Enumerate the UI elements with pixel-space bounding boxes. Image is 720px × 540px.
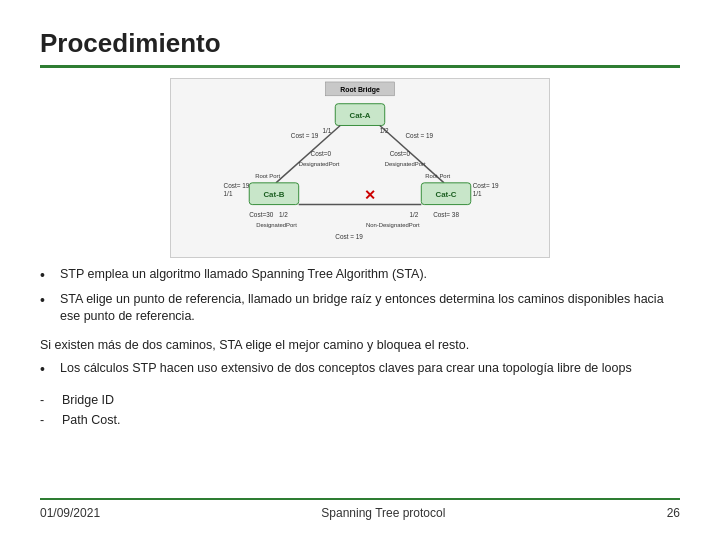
svg-text:Cat-A: Cat-A [349,111,370,120]
svg-text:Cost = 19: Cost = 19 [335,233,363,240]
svg-text:Cat-C: Cat-C [435,190,456,199]
diagram-svg: Root Bridge Cat-A Cost = 19 1/1 1/2 Cost… [171,79,549,257]
title-underline [40,65,680,68]
bullet-list-2: • Los cálculos STP hacen uso extensivo d… [40,360,680,385]
svg-text:DesignatedPort: DesignatedPort [385,161,426,167]
svg-text:Cost=0: Cost=0 [311,150,332,157]
svg-text:Cat-B: Cat-B [263,190,284,199]
bullet-item-3: • Los cálculos STP hacen uso extensivo d… [40,360,680,380]
bullet-item-2: • STA elige un punto de referencia, llam… [40,291,680,326]
svg-text:DesignatedPort: DesignatedPort [256,222,297,228]
svg-text:Root Bridge: Root Bridge [340,86,380,94]
svg-text:Cost = 19: Cost = 19 [405,132,433,139]
svg-text:1/1: 1/1 [224,190,233,197]
svg-text:Cost= 19: Cost= 19 [473,182,499,189]
svg-text:1/2: 1/2 [409,211,418,218]
dash-item-path-cost: - Path Cost. [40,411,680,430]
bullet-dot-1: • [40,266,54,286]
bullet-item-1: • STP emplea un algoritmo llamado Spanni… [40,266,680,286]
content-area: Root Bridge Cat-A Cost = 19 1/1 1/2 Cost… [40,78,680,498]
path-cost-label: Path Cost. [62,411,120,430]
bullet-dot-2: • [40,291,54,311]
bullet-text-1: STP emplea un algoritmo llamado Spanning… [60,266,680,284]
footer: 01/09/2021 Spanning Tree protocol 26 [40,498,680,520]
bullet-text-3: Los cálculos STP hacen uso extensivo de … [60,360,680,378]
dash-list: - Bridge ID - Path Cost. [40,391,680,433]
svg-text:Cost=0: Cost=0 [390,150,411,157]
svg-text:Root Port: Root Port [425,173,450,179]
bullet-dot-3: • [40,360,54,380]
svg-text:Non-DesignatedPort: Non-DesignatedPort [366,222,420,228]
svg-text:Cost = 19: Cost = 19 [291,132,319,139]
svg-text:Cost= 38: Cost= 38 [433,211,459,218]
bridge-id-label: Bridge ID [62,391,114,410]
svg-text:1/1: 1/1 [322,127,331,134]
dash-symbol-1: - [40,391,58,410]
diagram-container: Root Bridge Cat-A Cost = 19 1/1 1/2 Cost… [40,78,680,258]
svg-text:DesignatedPort: DesignatedPort [299,161,340,167]
svg-text:Cost= 19: Cost= 19 [224,182,250,189]
footer-date: 01/09/2021 [40,506,100,520]
footer-page: 26 [667,506,680,520]
svg-text:1/1: 1/1 [473,190,482,197]
footer-title: Spanning Tree protocol [321,506,445,520]
svg-text:✕: ✕ [364,187,376,203]
svg-text:1/2: 1/2 [380,127,389,134]
page-title: Procedimiento [40,28,680,59]
slide: Procedimiento Root Bridge Cat-A [0,0,720,540]
svg-text:Root Port: Root Port [255,173,280,179]
svg-text:1/2: 1/2 [279,211,288,218]
bullet-text-2: STA elige un punto de referencia, llamad… [60,291,680,326]
dash-item-bridge-id: - Bridge ID [40,391,680,410]
dash-symbol-2: - [40,411,58,430]
bullet-list: • STP emplea un algoritmo llamado Spanni… [40,266,680,331]
statement-line: Si existen más de dos caminos, STA elige… [40,337,680,355]
network-diagram: Root Bridge Cat-A Cost = 19 1/1 1/2 Cost… [170,78,550,258]
svg-text:Cost=30: Cost=30 [249,211,273,218]
